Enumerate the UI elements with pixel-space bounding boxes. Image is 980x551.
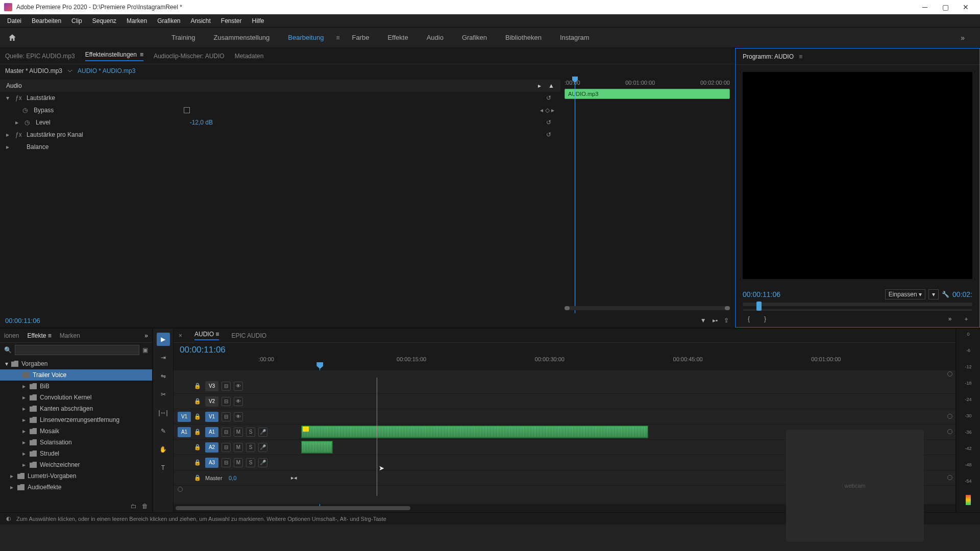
eye-icon[interactable]: 👁 — [234, 382, 243, 391]
handle-icon[interactable] — [947, 429, 952, 434]
play-icon[interactable]: ▸ — [538, 82, 541, 89]
ws-effects[interactable]: Effekte — [378, 30, 417, 45]
minimize-button[interactable]: ─ — [915, 0, 935, 14]
folder-twirl[interactable]: Strudel — [0, 448, 152, 459]
chevron-down-icon[interactable] — [67, 68, 72, 73]
menu-edit[interactable]: Bearbeiten — [27, 15, 66, 27]
sync-lock-icon[interactable]: ⊟ — [222, 458, 231, 467]
tab-audio-mixer[interactable]: Audioclip-Mischer: AUDIO — [154, 53, 225, 60]
track-a2[interactable]: 🔒A2⊟MS🎤 — [174, 440, 301, 455]
menu-clip[interactable]: Clip — [66, 15, 87, 27]
folder-mosaic[interactable]: Mosaik — [0, 425, 152, 437]
wrench-icon[interactable]: 🔧 — [942, 291, 949, 298]
marker-button[interactable]: { — [743, 314, 755, 324]
tl-tab-epic[interactable]: EPIC AUDIO — [231, 332, 266, 339]
reset-icon[interactable]: ↺ — [546, 119, 551, 126]
program-scrubber[interactable] — [743, 303, 972, 306]
menu-graphics[interactable]: Grafiken — [152, 15, 185, 27]
keyframe-nav[interactable]: ◂ ◇ ▸ — [534, 107, 554, 114]
tab-effect-controls[interactable]: Effekteinstellungen ≡ — [85, 51, 143, 61]
pen-tool[interactable]: ✎ — [157, 424, 170, 438]
delete-icon[interactable]: 🗑 — [142, 503, 148, 510]
lock-icon[interactable]: 🔒 — [194, 474, 202, 481]
folder-convolution[interactable]: Convolution Kernel — [0, 392, 152, 403]
menu-markers[interactable]: Marken — [121, 15, 152, 27]
ws-training[interactable]: Training — [162, 30, 204, 45]
add-button[interactable]: ＋ — [960, 314, 972, 324]
program-viewport[interactable] — [743, 72, 972, 279]
mute-button[interactable]: M — [234, 443, 243, 452]
folder-presets[interactable]: ▾ Vorgaben — [0, 358, 152, 369]
tab-effects[interactable]: Effekte ≡ — [27, 332, 51, 339]
track-a1[interactable]: A1🔒A1⊟MS🎤 — [174, 424, 301, 440]
lane-v3[interactable] — [301, 379, 955, 394]
tab-info[interactable]: ionen — [4, 332, 19, 339]
up-arrow-icon[interactable]: ▲ — [548, 82, 554, 89]
panel-menu-icon[interactable]: ≡ — [140, 51, 143, 58]
hand-tool[interactable]: ✋ — [157, 443, 170, 456]
lane-v1[interactable] — [301, 409, 955, 424]
mute-button[interactable]: M — [234, 428, 243, 437]
track-a3[interactable]: 🔒A3⊟MS🎤 — [174, 455, 301, 470]
eye-icon[interactable]: 👁 — [234, 412, 243, 421]
lane-v2[interactable] — [301, 394, 955, 409]
play-only-icon[interactable]: ▸▪ — [713, 317, 718, 324]
track-v2[interactable]: 🔒V2⊟👁 — [174, 394, 301, 409]
timeline-ruler[interactable]: :00:00 00:00:15:00 00:00:30:00 00:00:45:… — [258, 356, 949, 362]
effects-tree[interactable]: ▾ Vorgaben Trailer Voice BiB Convolution… — [0, 357, 152, 500]
sync-lock-icon[interactable]: ⊟ — [222, 382, 231, 391]
tabs-overflow[interactable]: » — [144, 332, 148, 339]
folder-bevel[interactable]: Kanten abschrägen — [0, 403, 152, 414]
lock-icon[interactable]: 🔒 — [194, 383, 202, 389]
reset-icon[interactable]: ↺ — [546, 94, 551, 102]
prop-bypass[interactable]: ◷ Bypass ◂ ◇ ▸ — [0, 104, 560, 116]
type-tool[interactable]: T — [157, 461, 170, 474]
marker-button[interactable]: } — [759, 314, 771, 324]
slip-tool[interactable]: |↔| — [157, 406, 170, 419]
selection-tool[interactable]: ▶ — [157, 333, 170, 346]
clip-a2[interactable] — [301, 441, 333, 454]
tab-markers[interactable]: Marken — [60, 332, 80, 339]
tab-metadata[interactable]: Metadaten — [235, 53, 264, 60]
mini-playhead[interactable] — [575, 78, 575, 313]
handle-icon[interactable] — [947, 414, 952, 419]
lock-icon[interactable]: 🔒 — [194, 429, 202, 435]
mini-scrollbar[interactable] — [565, 306, 730, 310]
folder-lumetri[interactable]: Lumetri-Vorgaben — [0, 470, 152, 482]
tl-tab-audio[interactable]: AUDIO ≡ — [194, 331, 219, 340]
program-scrollbar[interactable] — [743, 309, 972, 311]
voice-icon[interactable]: 🎤 — [258, 428, 267, 437]
speaker-icon[interactable]: ▸◂ — [291, 474, 297, 481]
prop-volume[interactable]: ▾ ƒx Lautstärke ↺ — [0, 92, 560, 104]
folder-lens[interactable]: Linsenverzerrungsentfernung — [0, 414, 152, 425]
maximize-button[interactable]: ▢ — [935, 0, 955, 14]
razor-tool[interactable]: ✂ — [157, 388, 170, 401]
ws-audio[interactable]: Audio — [418, 30, 453, 45]
menu-file[interactable]: Datei — [2, 15, 27, 27]
ws-assembly[interactable]: Zusammenstellung — [204, 30, 279, 45]
panel-menu-icon[interactable]: ≡ — [799, 53, 802, 60]
new-bin-icon[interactable]: 🗀 — [131, 503, 137, 510]
menu-view[interactable]: Ansicht — [185, 15, 215, 27]
active-clip-label[interactable]: AUDIO * AUDIO.mp3 — [78, 67, 135, 74]
voice-icon[interactable]: 🎤 — [258, 458, 267, 467]
twirl-icon[interactable]: ▸ — [6, 131, 11, 138]
mini-clip[interactable]: AUDIO.mp3 — [565, 89, 730, 99]
resolution-select[interactable]: ▾ — [928, 289, 939, 299]
twirl-icon[interactable]: ▾ — [6, 94, 11, 102]
reset-icon[interactable]: ↺ — [546, 131, 551, 138]
lock-icon[interactable]: 🔒 — [194, 398, 202, 405]
solo-button[interactable]: S — [246, 443, 255, 452]
eye-icon[interactable]: 👁 — [234, 397, 243, 406]
close-button[interactable]: ✕ — [955, 0, 976, 14]
twirl-icon[interactable]: ▸ — [6, 143, 11, 151]
handle-icon[interactable] — [947, 475, 952, 480]
effect-timecode[interactable]: 00:00:11:06 — [5, 317, 40, 324]
prop-level[interactable]: ▸ ◷ Level -12,0 dB ↺ — [0, 116, 560, 129]
sync-lock-icon[interactable]: ⊟ — [222, 412, 231, 421]
fx-icon[interactable]: ƒx — [15, 131, 22, 138]
stopwatch-icon[interactable]: ◷ — [24, 119, 32, 126]
lock-icon[interactable]: 🔒 — [194, 444, 202, 450]
track-v3[interactable]: 🔒V3⊟👁 — [174, 379, 301, 394]
fx-icon[interactable]: ƒx — [15, 94, 22, 102]
